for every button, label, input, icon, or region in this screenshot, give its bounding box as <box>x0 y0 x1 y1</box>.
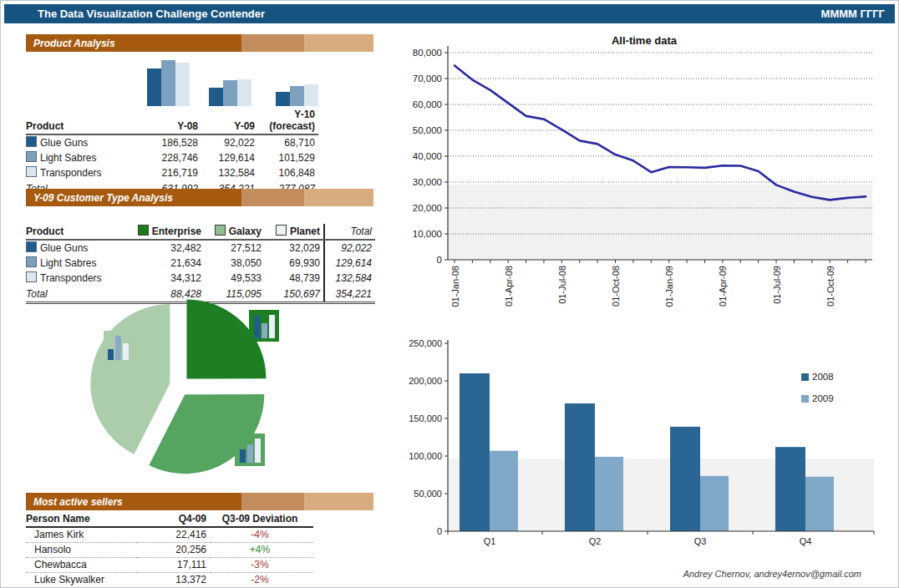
mini-bar <box>223 80 237 106</box>
section-bar-segment <box>304 189 373 206</box>
series-marker-icon <box>26 151 37 162</box>
value-cell: 186,528 <box>140 134 201 150</box>
mini-bar <box>108 349 114 360</box>
mini-bar-group-y-08 <box>136 60 200 106</box>
y-axis-label: 250,000 <box>409 338 442 348</box>
customer-pie-chart <box>68 297 352 498</box>
value-cell: 34,312 <box>128 271 205 286</box>
pie-mini-chart-galaxy <box>235 433 265 466</box>
y-axis-label: 50,000 <box>413 125 442 135</box>
column-header: Q4-09 <box>136 512 210 527</box>
all-time-line-chart: All-time data010,00020,00030,00040,00050… <box>394 31 895 332</box>
series-marker-icon <box>26 241 37 252</box>
x-axis-label: Q1 <box>484 536 496 546</box>
section-bar-segment <box>241 34 304 52</box>
table-header: ProductY-08Y-09Y-10 (forecast) <box>26 108 318 134</box>
table-row: ProductY-08Y-09Y-10 (forecast) <box>26 108 318 134</box>
bar-2009-q2 <box>595 457 623 531</box>
bar-2008-q3 <box>670 427 700 531</box>
customer-type-table: ProductEnterpriseGalaxyPlanetTotalGlue G… <box>26 224 375 304</box>
value-cell: 49,533 <box>205 271 265 286</box>
x-axis-label: 01-Apr-08 <box>504 266 514 307</box>
value-cell: 48,739 <box>265 271 324 286</box>
page-title: The Data Visualization Challenge Contend… <box>38 8 265 20</box>
bar-2009-q4 <box>805 477 834 531</box>
section-header-product-analysis: Product Analysis <box>26 34 373 52</box>
section-bar-segment <box>241 493 304 510</box>
table-row: Light Sabres21,63438,05069,930129,614 <box>26 256 375 271</box>
line-chart-svg: All-time data010,00020,00030,00040,00050… <box>394 31 895 332</box>
x-axis-label: 01-Jul-09 <box>772 266 782 304</box>
y-axis-label: 0 <box>437 255 442 265</box>
series-marker-icon <box>26 256 37 267</box>
mini-bar <box>304 84 318 106</box>
value-cell: 27,512 <box>205 240 265 256</box>
bar-chart-svg: 050,000100,000150,000200,000250,000Q1Q2Q… <box>394 333 895 555</box>
value-cell: 68,710 <box>258 134 318 150</box>
x-axis-label: Q4 <box>800 536 812 546</box>
seller-name-cell: Chewbacca <box>26 558 136 573</box>
y-axis-label: 50,000 <box>414 489 442 499</box>
y-axis-label: 40,000 <box>413 151 442 161</box>
bar-2008-q1 <box>460 373 490 531</box>
table-row: Luke Skywalker13,372-2% <box>26 573 313 588</box>
legend-square-icon <box>138 225 149 236</box>
value-cell: 32,029 <box>265 240 324 256</box>
table-header: Person NameQ4-09Q3-09 Deviation <box>26 512 313 527</box>
x-axis-label: 01-Oct-09 <box>825 266 836 307</box>
table-row: Chewbacca17,111-3% <box>26 558 313 573</box>
y-axis-label: 100,000 <box>409 451 442 461</box>
section-title-sellers: Most active sellers <box>26 493 241 510</box>
value-cell: 13,372 <box>136 573 210 588</box>
table-row: Glue Guns32,48227,51232,02992,022 <box>26 240 375 256</box>
product-analysis-table: ProductY-08Y-09Y-10 (forecast)Glue Guns1… <box>26 108 318 199</box>
value-cell: 132,584 <box>201 165 258 180</box>
column-header: Y-08 <box>140 108 201 134</box>
column-header: Person Name <box>26 512 136 527</box>
mini-bar <box>147 68 161 106</box>
mini-bar <box>262 323 267 338</box>
y-axis-label: 20,000 <box>413 203 442 213</box>
table-row: Person NameQ4-09Q3-09 Deviation <box>26 512 313 527</box>
mini-bar <box>209 88 223 106</box>
bar-2009-q1 <box>490 451 518 531</box>
mini-bar <box>237 79 251 106</box>
legend-square-icon <box>276 225 287 236</box>
section-title-product: Product Analysis <box>26 34 241 52</box>
legend-swatch-icon <box>801 373 809 381</box>
deviation-cell: +4% <box>210 543 313 558</box>
date-placeholder: ММММ ГГГГ <box>821 8 885 20</box>
legend-label: 2009 <box>812 393 834 403</box>
value-cell: 132,584 <box>324 271 375 286</box>
mini-bar <box>269 315 275 338</box>
x-axis-label: 01-Jan-08 <box>450 266 460 307</box>
value-cell: 101,529 <box>258 150 318 165</box>
value-cell: 32,482 <box>128 240 205 256</box>
y-axis-label: 200,000 <box>409 376 442 386</box>
legend-square-icon <box>215 225 226 236</box>
deviation-cell: -4% <box>210 527 313 543</box>
row-label-cell: Glue Guns <box>26 240 128 256</box>
column-header: Y-10 (forecast) <box>258 108 318 134</box>
mini-bar <box>247 444 253 463</box>
mini-bar-group-y-09 <box>200 79 260 106</box>
dashboard: The Data Visualization Challenge Contend… <box>0 0 899 588</box>
column-header: Planet <box>265 224 324 240</box>
pie-mini-chart-enterprise <box>249 310 279 342</box>
section-header-customer-analysis: Y-09 Customer Type Analysis <box>26 189 373 206</box>
pie-svg <box>68 297 352 498</box>
series-marker-icon <box>26 271 37 282</box>
top-header-bar: The Data Visualization Challenge Contend… <box>4 4 895 23</box>
column-header: Product <box>26 108 140 134</box>
row-label-cell: Light Sabres <box>26 256 128 271</box>
y-axis-label: 150,000 <box>409 413 442 423</box>
x-axis-label: 01-Apr-09 <box>718 266 728 307</box>
table-row: James Kirk22,416-4% <box>26 527 313 543</box>
x-axis-label: 01-Jan-09 <box>664 266 674 307</box>
series-marker-icon <box>26 166 37 177</box>
pie-slice-planet <box>90 304 170 454</box>
section-header-sellers: Most active sellers <box>26 493 373 510</box>
value-cell: 69,930 <box>265 256 324 271</box>
value-cell: 38,050 <box>205 256 265 271</box>
value-cell: 22,416 <box>136 527 210 543</box>
